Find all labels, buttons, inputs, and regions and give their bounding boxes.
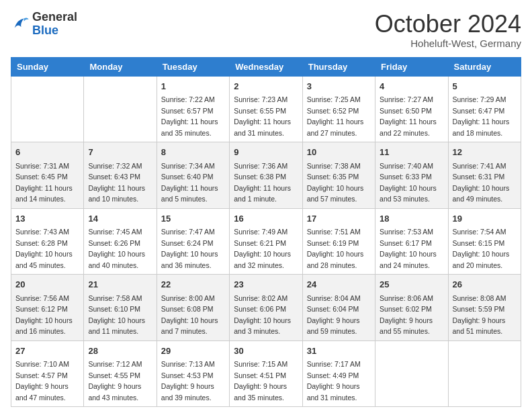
day-info: Sunrise: 7:40 AM Sunset: 6:33 PM Dayligh… bbox=[380, 162, 437, 203]
calendar-cell bbox=[84, 76, 157, 142]
day-info: Sunrise: 8:02 AM Sunset: 6:06 PM Dayligh… bbox=[234, 294, 291, 336]
calendar-cell bbox=[448, 340, 521, 407]
day-info: Sunrise: 7:49 AM Sunset: 6:21 PM Dayligh… bbox=[234, 228, 291, 269]
day-info: Sunrise: 7:23 AM Sunset: 6:55 PM Dayligh… bbox=[234, 95, 291, 137]
day-number: 2 bbox=[234, 80, 298, 93]
day-info: Sunrise: 7:29 AM Sunset: 6:47 PM Dayligh… bbox=[453, 95, 510, 137]
day-number: 31 bbox=[307, 345, 371, 358]
calendar-cell: 31Sunrise: 7:17 AM Sunset: 4:49 PM Dayli… bbox=[302, 340, 375, 407]
day-number: 26 bbox=[453, 278, 517, 291]
calendar-table: SundayMondayTuesdayWednesdayThursdayFrid… bbox=[11, 57, 521, 408]
day-number: 3 bbox=[307, 80, 371, 93]
weekday-header-thursday: Thursday bbox=[302, 57, 375, 76]
day-number: 14 bbox=[88, 212, 152, 226]
day-info: Sunrise: 8:06 AM Sunset: 6:02 PM Dayligh… bbox=[380, 294, 433, 336]
calendar-cell: 26Sunrise: 8:08 AM Sunset: 5:59 PM Dayli… bbox=[448, 275, 521, 341]
day-info: Sunrise: 7:31 AM Sunset: 6:45 PM Dayligh… bbox=[15, 162, 73, 203]
day-info: Sunrise: 7:47 AM Sunset: 6:24 PM Dayligh… bbox=[161, 228, 218, 269]
day-info: Sunrise: 7:58 AM Sunset: 6:10 PM Dayligh… bbox=[88, 294, 145, 336]
day-number: 21 bbox=[88, 278, 152, 291]
day-number: 15 bbox=[161, 212, 225, 226]
calendar-week-row: 27Sunrise: 7:10 AM Sunset: 4:57 PM Dayli… bbox=[11, 340, 521, 407]
calendar-week-row: 13Sunrise: 7:43 AM Sunset: 6:28 PM Dayli… bbox=[11, 208, 521, 275]
day-info: Sunrise: 7:27 AM Sunset: 6:50 PM Dayligh… bbox=[380, 95, 437, 137]
calendar-cell: 21Sunrise: 7:58 AM Sunset: 6:10 PM Dayli… bbox=[84, 275, 157, 341]
day-info: Sunrise: 7:45 AM Sunset: 6:26 PM Dayligh… bbox=[88, 228, 145, 269]
logo-bird-icon bbox=[11, 15, 30, 34]
calendar-cell: 15Sunrise: 7:47 AM Sunset: 6:24 PM Dayli… bbox=[157, 208, 229, 275]
day-number: 23 bbox=[234, 278, 298, 291]
day-number: 20 bbox=[15, 278, 79, 291]
day-number: 6 bbox=[15, 146, 79, 159]
calendar-cell: 23Sunrise: 8:02 AM Sunset: 6:06 PM Dayli… bbox=[230, 275, 302, 341]
calendar-cell: 14Sunrise: 7:45 AM Sunset: 6:26 PM Dayli… bbox=[84, 208, 157, 275]
day-number: 9 bbox=[234, 146, 298, 159]
calendar-cell: 5Sunrise: 7:29 AM Sunset: 6:47 PM Daylig… bbox=[448, 76, 521, 142]
logo-general-text: General bbox=[32, 11, 77, 24]
day-number: 29 bbox=[161, 345, 225, 358]
calendar-cell: 18Sunrise: 7:53 AM Sunset: 6:17 PM Dayli… bbox=[375, 208, 448, 275]
day-number: 17 bbox=[307, 212, 371, 226]
logo-text: General Blue bbox=[32, 11, 77, 38]
day-number: 7 bbox=[88, 146, 152, 159]
calendar-cell: 2Sunrise: 7:23 AM Sunset: 6:55 PM Daylig… bbox=[230, 76, 302, 142]
weekday-header-saturday: Saturday bbox=[448, 57, 521, 76]
day-info: Sunrise: 7:15 AM Sunset: 4:51 PM Dayligh… bbox=[234, 360, 287, 402]
calendar-cell bbox=[11, 76, 84, 142]
calendar-cell: 17Sunrise: 7:51 AM Sunset: 6:19 PM Dayli… bbox=[302, 208, 375, 275]
weekday-header-tuesday: Tuesday bbox=[157, 57, 229, 76]
day-number: 1 bbox=[161, 80, 225, 93]
logo: General Blue bbox=[11, 11, 77, 38]
day-number: 25 bbox=[380, 278, 443, 291]
day-number: 28 bbox=[88, 345, 152, 358]
calendar-cell: 3Sunrise: 7:25 AM Sunset: 6:52 PM Daylig… bbox=[302, 76, 375, 142]
day-info: Sunrise: 7:32 AM Sunset: 6:43 PM Dayligh… bbox=[88, 162, 145, 203]
calendar-cell: 12Sunrise: 7:41 AM Sunset: 6:31 PM Dayli… bbox=[448, 142, 521, 209]
day-info: Sunrise: 7:22 AM Sunset: 6:57 PM Dayligh… bbox=[161, 95, 218, 137]
day-info: Sunrise: 8:08 AM Sunset: 5:59 PM Dayligh… bbox=[453, 294, 506, 336]
calendar-week-row: 6Sunrise: 7:31 AM Sunset: 6:45 PM Daylig… bbox=[11, 142, 521, 209]
day-number: 8 bbox=[161, 146, 225, 159]
logo-blue-text: Blue bbox=[32, 24, 77, 38]
calendar-cell: 16Sunrise: 7:49 AM Sunset: 6:21 PM Dayli… bbox=[230, 208, 302, 275]
weekday-header-wednesday: Wednesday bbox=[230, 57, 302, 76]
day-number: 18 bbox=[380, 212, 443, 226]
calendar-cell: 20Sunrise: 7:56 AM Sunset: 6:12 PM Dayli… bbox=[11, 275, 84, 341]
day-number: 10 bbox=[307, 146, 371, 159]
day-number: 4 bbox=[380, 80, 443, 93]
month-title: October 2024 bbox=[375, 11, 521, 38]
weekday-header-sunday: Sunday bbox=[11, 57, 84, 76]
day-number: 16 bbox=[234, 212, 298, 226]
calendar-cell: 29Sunrise: 7:13 AM Sunset: 4:53 PM Dayli… bbox=[157, 340, 229, 407]
calendar-week-row: 20Sunrise: 7:56 AM Sunset: 6:12 PM Dayli… bbox=[11, 275, 521, 341]
day-info: Sunrise: 7:34 AM Sunset: 6:40 PM Dayligh… bbox=[161, 162, 218, 203]
day-info: Sunrise: 7:12 AM Sunset: 4:55 PM Dayligh… bbox=[88, 360, 142, 402]
day-number: 30 bbox=[234, 345, 298, 358]
day-number: 11 bbox=[380, 146, 443, 159]
calendar-cell: 28Sunrise: 7:12 AM Sunset: 4:55 PM Dayli… bbox=[84, 340, 157, 407]
calendar-cell: 10Sunrise: 7:38 AM Sunset: 6:35 PM Dayli… bbox=[302, 142, 375, 209]
day-info: Sunrise: 7:17 AM Sunset: 4:49 PM Dayligh… bbox=[307, 360, 361, 402]
calendar-cell: 13Sunrise: 7:43 AM Sunset: 6:28 PM Dayli… bbox=[11, 208, 84, 275]
calendar-cell: 24Sunrise: 8:04 AM Sunset: 6:04 PM Dayli… bbox=[302, 275, 375, 341]
calendar-week-row: 1Sunrise: 7:22 AM Sunset: 6:57 PM Daylig… bbox=[11, 76, 521, 142]
day-info: Sunrise: 7:10 AM Sunset: 4:57 PM Dayligh… bbox=[15, 360, 69, 402]
day-info: Sunrise: 7:38 AM Sunset: 6:35 PM Dayligh… bbox=[307, 162, 364, 203]
calendar-cell: 1Sunrise: 7:22 AM Sunset: 6:57 PM Daylig… bbox=[157, 76, 229, 142]
weekday-header-row: SundayMondayTuesdayWednesdayThursdayFrid… bbox=[11, 57, 521, 76]
day-info: Sunrise: 7:54 AM Sunset: 6:15 PM Dayligh… bbox=[453, 228, 510, 269]
day-info: Sunrise: 7:13 AM Sunset: 4:53 PM Dayligh… bbox=[161, 360, 215, 402]
day-info: Sunrise: 8:00 AM Sunset: 6:08 PM Dayligh… bbox=[161, 294, 218, 336]
page-header: General Blue October 2024 Hoheluft-West,… bbox=[11, 11, 521, 49]
day-info: Sunrise: 7:56 AM Sunset: 6:12 PM Dayligh… bbox=[15, 294, 73, 336]
day-info: Sunrise: 7:36 AM Sunset: 6:38 PM Dayligh… bbox=[234, 162, 291, 203]
calendar-cell: 8Sunrise: 7:34 AM Sunset: 6:40 PM Daylig… bbox=[157, 142, 229, 209]
calendar-cell: 9Sunrise: 7:36 AM Sunset: 6:38 PM Daylig… bbox=[230, 142, 302, 209]
weekday-header-monday: Monday bbox=[84, 57, 157, 76]
day-info: Sunrise: 7:25 AM Sunset: 6:52 PM Dayligh… bbox=[307, 95, 364, 137]
title-section: October 2024 Hoheluft-West, Germany bbox=[375, 11, 521, 49]
weekday-header-friday: Friday bbox=[375, 57, 448, 76]
calendar-cell bbox=[375, 340, 448, 407]
calendar-cell: 22Sunrise: 8:00 AM Sunset: 6:08 PM Dayli… bbox=[157, 275, 229, 341]
calendar-cell: 6Sunrise: 7:31 AM Sunset: 6:45 PM Daylig… bbox=[11, 142, 84, 209]
